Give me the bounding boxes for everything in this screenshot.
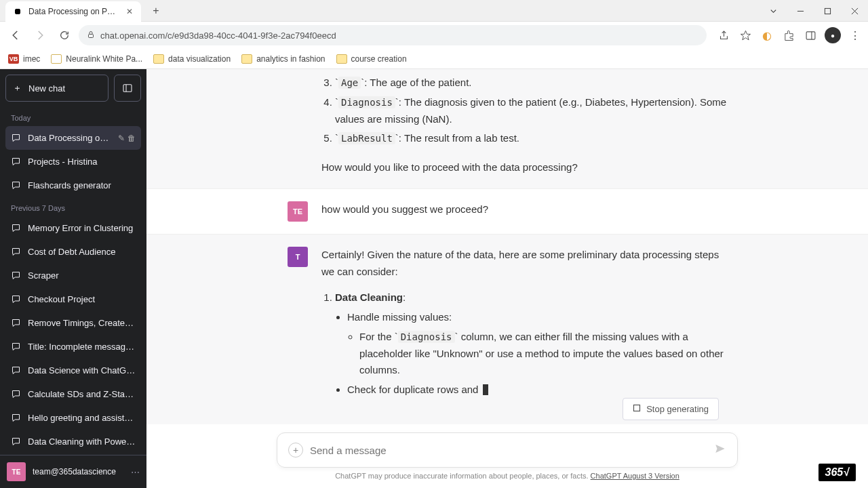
chrome-dropdown-icon[interactable] bbox=[760, 0, 787, 22]
assistant-avatar: T bbox=[288, 247, 308, 267]
folder-icon bbox=[241, 54, 252, 64]
svg-rect-4 bbox=[89, 34, 94, 37]
minimize-button[interactable] bbox=[787, 0, 814, 22]
assistant-intro: Certainly! Given the nature of the data,… bbox=[321, 247, 727, 281]
message-input[interactable] bbox=[310, 445, 707, 456]
message-input-area: + ChatGPT may produce inaccurate informa… bbox=[146, 424, 868, 488]
sidebar-chat-item[interactable]: Checkout Project bbox=[5, 287, 141, 311]
sidebar-section-label: Previous 7 Days bbox=[5, 197, 141, 216]
reload-button[interactable] bbox=[54, 25, 75, 45]
plus-icon: ＋ bbox=[13, 82, 22, 94]
typing-cursor-icon bbox=[483, 384, 488, 395]
attach-button[interactable]: + bbox=[288, 443, 303, 458]
send-button[interactable] bbox=[714, 443, 726, 458]
bookmark-item[interactable]: analytics in fashion bbox=[241, 54, 325, 64]
bookmark-icon: VB bbox=[8, 54, 19, 64]
sidebar-chat-item[interactable]: Data Cleaning with Power Qu bbox=[5, 430, 141, 453]
profile-avatar[interactable]: ● bbox=[825, 27, 841, 43]
address-bar: chat.openai.com/c/e9d3da98-40cc-4041-9f3… bbox=[0, 22, 868, 49]
edit-icon[interactable]: ✎ bbox=[118, 134, 125, 143]
bookmark-item[interactable]: Neuralink White Pa... bbox=[51, 54, 142, 64]
assistant-message-0: `Age`: The age of the patient. `Diagnosi… bbox=[146, 69, 868, 189]
sidebar-chat-item[interactable]: Hello greeting and assistance bbox=[5, 406, 141, 430]
folder-icon bbox=[336, 54, 347, 64]
url-input[interactable]: chat.openai.com/c/e9d3da98-40cc-4041-9f3… bbox=[79, 25, 707, 45]
bookmark-item[interactable]: VBimec bbox=[8, 54, 40, 64]
tab-title: Data Processing on Patients Dat bbox=[28, 7, 119, 16]
sidebar-chat-item[interactable]: Title: Incomplete message, re bbox=[5, 335, 141, 359]
code-diagnosis: Diagnosis bbox=[338, 96, 395, 108]
close-window-button[interactable] bbox=[841, 0, 868, 22]
version-link[interactable]: ChatGPT August 3 Version bbox=[591, 472, 679, 480]
svg-rect-1 bbox=[825, 8, 830, 14]
user-email: team@365datascience bbox=[33, 467, 124, 476]
chat-sidebar: ＋ New chat TodayData Processing on Pa✎ 🗑… bbox=[0, 69, 146, 488]
sidebar-chat-item[interactable]: Remove Timings, Create Scri bbox=[5, 311, 141, 335]
sidebar-chat-item[interactable]: Data Processing on Pa✎ 🗑 bbox=[5, 126, 141, 150]
new-chat-label: New chat bbox=[28, 83, 65, 94]
bookmark-item[interactable]: course creation bbox=[336, 54, 407, 64]
sidebar-chat-item[interactable]: Cost of Debt Audience bbox=[5, 240, 141, 264]
assistant-followup: How would you like to proceed with the d… bbox=[321, 159, 727, 176]
window-titlebar: Data Processing on Patients Dat ✕ + bbox=[0, 0, 868, 22]
sidebar-section-label: Today bbox=[5, 107, 141, 126]
share-icon[interactable] bbox=[716, 28, 731, 43]
folder-icon bbox=[153, 54, 164, 64]
code-age: Age bbox=[338, 77, 361, 89]
close-tab-icon[interactable]: ✕ bbox=[125, 7, 134, 16]
back-button[interactable] bbox=[5, 25, 26, 45]
user-msg-avatar: TE bbox=[288, 201, 308, 222]
sidebar-chat-item[interactable]: Data Science with ChatGPT bbox=[5, 359, 141, 382]
svg-rect-5 bbox=[806, 31, 815, 39]
stop-icon bbox=[633, 404, 641, 414]
sidebar-chat-item[interactable]: Memory Error in Clustering bbox=[5, 216, 141, 240]
sidebar-chat-item[interactable]: Scraper bbox=[5, 264, 141, 287]
forward-button[interactable] bbox=[30, 25, 50, 45]
delete-icon[interactable]: 🗑 bbox=[127, 134, 136, 143]
bookmark-item[interactable]: data visualization bbox=[153, 54, 231, 64]
tab-favicon-icon bbox=[12, 6, 23, 17]
svg-rect-7 bbox=[123, 85, 132, 92]
sidebar-chat-item[interactable]: Flashcards generator bbox=[5, 174, 141, 197]
collapse-sidebar-button[interactable] bbox=[114, 75, 141, 102]
stop-generating-button[interactable]: Stop generating bbox=[623, 398, 719, 420]
watermark-badge: 365√ bbox=[818, 464, 856, 481]
lock-icon bbox=[87, 30, 95, 41]
extensions-icon[interactable] bbox=[781, 28, 796, 43]
user-msg-text: how would you suggest we proceed? bbox=[321, 201, 727, 222]
menu-dots-icon[interactable]: ⋮ bbox=[848, 28, 863, 43]
bookmarks-bar: VBimecNeuralink White Pa...data visualiz… bbox=[0, 49, 868, 69]
browser-tab-active[interactable]: Data Processing on Patients Dat ✕ bbox=[5, 1, 141, 22]
url-text: chat.openai.com/c/e9d3da98-40cc-4041-9f3… bbox=[100, 30, 336, 41]
svg-rect-9 bbox=[634, 405, 640, 411]
code-labresult: LabResult bbox=[338, 132, 395, 144]
user-menu-icon[interactable]: ⋯ bbox=[131, 467, 140, 477]
new-tab-button[interactable]: + bbox=[146, 1, 165, 20]
user-avatar: TE bbox=[7, 462, 26, 481]
disclaimer-text: ChatGPT may produce inaccurate informati… bbox=[146, 468, 868, 484]
chat-content: `Age`: The age of the patient. `Diagnosi… bbox=[146, 69, 868, 488]
sidebar-chat-item[interactable]: Projects - Hristina bbox=[5, 150, 141, 174]
new-chat-button[interactable]: ＋ New chat bbox=[5, 75, 108, 102]
bookmark-icon bbox=[51, 54, 62, 64]
assistant-message-2: T Certainly! Given the nature of the dat… bbox=[146, 235, 868, 424]
sidebar-chat-item[interactable]: Calculate SDs and Z-Statistic bbox=[5, 382, 141, 406]
extension-icon-1[interactable]: ◐ bbox=[760, 28, 774, 43]
user-message-1: TE how would you suggest we proceed? bbox=[146, 189, 868, 235]
maximize-button[interactable] bbox=[814, 0, 841, 22]
sidebar-user-row[interactable]: TE team@365datascience ⋯ bbox=[0, 455, 146, 488]
bookmark-star-icon[interactable] bbox=[738, 28, 753, 43]
side-panel-icon[interactable] bbox=[803, 28, 818, 43]
